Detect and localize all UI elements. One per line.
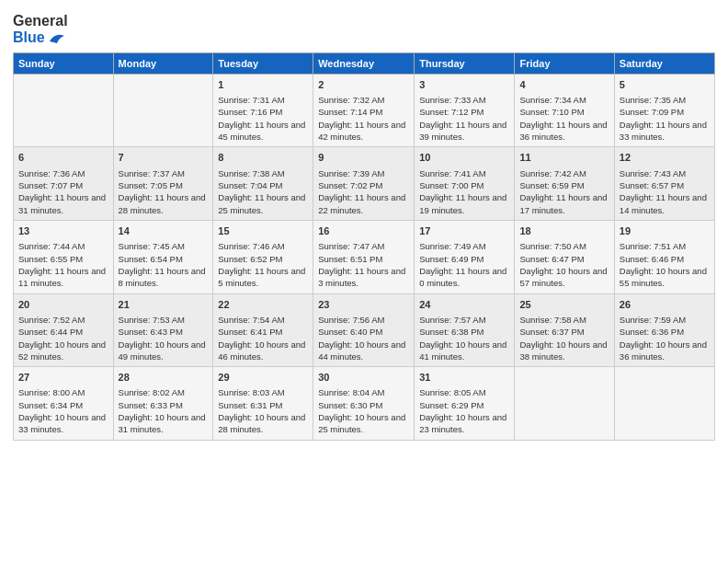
- daylight-text: Daylight: 10 hours and 28 minutes.: [218, 412, 305, 434]
- calendar-cell: 21Sunrise: 7:53 AMSunset: 6:43 PMDayligh…: [113, 293, 213, 367]
- daylight-text: Daylight: 11 hours and 17 minutes.: [519, 192, 607, 214]
- day-header-friday: Friday: [515, 52, 614, 74]
- sunset-text: Sunset: 7:02 PM: [318, 180, 382, 190]
- daylight-text: Daylight: 10 hours and 57 minutes.: [519, 266, 607, 288]
- calendar-cell: 4Sunrise: 7:34 AMSunset: 7:10 PMDaylight…: [515, 74, 614, 147]
- calendar-cell: [614, 367, 714, 441]
- day-header-thursday: Thursday: [415, 52, 515, 74]
- day-number: 31: [419, 371, 509, 385]
- daylight-text: Daylight: 11 hours and 19 minutes.: [419, 192, 506, 214]
- day-number: 1: [218, 78, 308, 92]
- calendar-cell: 12Sunrise: 7:43 AMSunset: 6:57 PMDayligh…: [614, 147, 714, 221]
- day-header-monday: Monday: [113, 52, 213, 74]
- sunset-text: Sunset: 7:14 PM: [318, 107, 382, 117]
- week-row-4: 20Sunrise: 7:52 AMSunset: 6:44 PMDayligh…: [14, 293, 715, 367]
- calendar-cell: 29Sunrise: 8:03 AMSunset: 6:31 PMDayligh…: [213, 367, 313, 441]
- week-row-2: 6Sunrise: 7:36 AMSunset: 7:07 PMDaylight…: [14, 147, 715, 221]
- sunrise-text: Sunrise: 7:50 AM: [519, 241, 586, 251]
- day-number: 22: [218, 298, 308, 312]
- sunrise-text: Sunrise: 7:37 AM: [119, 168, 185, 178]
- calendar-cell: 15Sunrise: 7:46 AMSunset: 6:52 PMDayligh…: [213, 220, 313, 293]
- sunset-text: Sunset: 6:36 PM: [620, 327, 684, 337]
- sunset-text: Sunset: 6:52 PM: [218, 254, 282, 264]
- day-number: 16: [318, 224, 409, 238]
- week-row-3: 13Sunrise: 7:44 AMSunset: 6:55 PMDayligh…: [14, 220, 715, 293]
- sunrise-text: Sunrise: 7:44 AM: [18, 241, 85, 251]
- calendar-cell: 10Sunrise: 7:41 AMSunset: 7:00 PMDayligh…: [415, 147, 515, 221]
- header: General Blue General Blue General Blue: [13, 9, 715, 47]
- daylight-text: Daylight: 10 hours and 55 minutes.: [620, 266, 707, 288]
- sunset-text: Sunset: 6:51 PM: [318, 254, 382, 264]
- calendar-cell: 1Sunrise: 7:31 AMSunset: 7:16 PMDaylight…: [213, 74, 313, 147]
- sunrise-text: Sunrise: 7:31 AM: [218, 95, 284, 105]
- daylight-text: Daylight: 11 hours and 33 minutes.: [620, 120, 707, 142]
- day-number: 4: [519, 78, 609, 92]
- sunrise-text: Sunrise: 7:59 AM: [620, 315, 686, 325]
- day-number: 3: [419, 78, 509, 92]
- day-header-sunday: Sunday: [14, 52, 114, 74]
- calendar-cell: 14Sunrise: 7:45 AMSunset: 6:54 PMDayligh…: [113, 220, 213, 293]
- week-row-1: 1Sunrise: 7:31 AMSunset: 7:16 PMDaylight…: [14, 74, 715, 147]
- sunset-text: Sunset: 6:37 PM: [519, 327, 584, 337]
- calendar-cell: 26Sunrise: 7:59 AMSunset: 6:36 PMDayligh…: [614, 293, 714, 367]
- day-number: 5: [620, 78, 710, 92]
- daylight-text: Daylight: 10 hours and 31 minutes.: [119, 412, 206, 434]
- day-number: 14: [119, 224, 209, 238]
- calendar-cell: 20Sunrise: 7:52 AMSunset: 6:44 PMDayligh…: [14, 293, 114, 367]
- daylight-text: Daylight: 11 hours and 45 minutes.: [218, 120, 305, 142]
- sunset-text: Sunset: 6:59 PM: [519, 180, 584, 190]
- day-number: 15: [218, 224, 308, 238]
- calendar-cell: 24Sunrise: 7:57 AMSunset: 6:38 PMDayligh…: [415, 293, 515, 367]
- sunrise-text: Sunrise: 8:02 AM: [119, 387, 185, 397]
- sunset-text: Sunset: 6:57 PM: [620, 180, 684, 190]
- sunset-text: Sunset: 6:40 PM: [318, 327, 382, 337]
- sunset-text: Sunset: 6:34 PM: [18, 400, 83, 410]
- daylight-text: Daylight: 11 hours and 22 minutes.: [318, 192, 405, 214]
- sunrise-text: Sunrise: 7:56 AM: [318, 315, 384, 325]
- sunset-text: Sunset: 7:04 PM: [218, 180, 282, 190]
- day-number: 9: [318, 151, 409, 165]
- daylight-text: Daylight: 10 hours and 46 minutes.: [218, 339, 305, 362]
- calendar-cell: 13Sunrise: 7:44 AMSunset: 6:55 PMDayligh…: [14, 220, 114, 293]
- daylight-text: Daylight: 11 hours and 42 minutes.: [318, 120, 405, 142]
- daylight-text: Daylight: 11 hours and 36 minutes.: [519, 120, 607, 142]
- calendar-cell: 19Sunrise: 7:51 AMSunset: 6:46 PMDayligh…: [614, 220, 714, 293]
- sunset-text: Sunset: 6:29 PM: [419, 400, 483, 410]
- sunset-text: Sunset: 6:41 PM: [218, 327, 282, 337]
- daylight-text: Daylight: 11 hours and 3 minutes.: [318, 266, 405, 288]
- day-number: 25: [519, 298, 609, 312]
- day-number: 23: [318, 298, 409, 312]
- calendar-cell: 22Sunrise: 7:54 AMSunset: 6:41 PMDayligh…: [213, 293, 313, 367]
- sunset-text: Sunset: 6:55 PM: [18, 254, 83, 264]
- daylight-text: Daylight: 11 hours and 25 minutes.: [218, 192, 305, 214]
- sunrise-text: Sunrise: 7:52 AM: [18, 315, 85, 325]
- sunrise-text: Sunrise: 7:35 AM: [620, 95, 686, 105]
- daylight-text: Daylight: 11 hours and 39 minutes.: [419, 120, 506, 142]
- calendar-cell: [515, 367, 614, 441]
- daylight-text: Daylight: 11 hours and 31 minutes.: [18, 192, 106, 214]
- sunset-text: Sunset: 6:54 PM: [119, 254, 183, 264]
- day-number: 7: [119, 151, 209, 165]
- day-number: 30: [318, 371, 409, 385]
- calendar-cell: 17Sunrise: 7:49 AMSunset: 6:49 PMDayligh…: [415, 220, 515, 293]
- sunrise-text: Sunrise: 7:34 AM: [519, 95, 586, 105]
- day-number: 20: [18, 298, 108, 312]
- sunrise-text: Sunrise: 7:57 AM: [419, 315, 485, 325]
- daylight-text: Daylight: 11 hours and 11 minutes.: [18, 266, 106, 288]
- logo-blue-text: Blue: [13, 29, 45, 46]
- sunrise-text: Sunrise: 7:39 AM: [318, 168, 384, 178]
- day-number: 26: [620, 298, 710, 312]
- daylight-text: Daylight: 11 hours and 5 minutes.: [218, 266, 305, 288]
- calendar-cell: 28Sunrise: 8:02 AMSunset: 6:33 PMDayligh…: [113, 367, 213, 441]
- sunrise-text: Sunrise: 7:45 AM: [119, 241, 185, 251]
- sunset-text: Sunset: 6:49 PM: [419, 254, 483, 264]
- sunrise-text: Sunrise: 7:41 AM: [419, 168, 485, 178]
- sunrise-text: Sunrise: 7:36 AM: [18, 168, 85, 178]
- sunset-text: Sunset: 6:44 PM: [18, 327, 83, 337]
- calendar-cell: 2Sunrise: 7:32 AMSunset: 7:14 PMDaylight…: [313, 74, 415, 147]
- calendar-cell: 18Sunrise: 7:50 AMSunset: 6:47 PMDayligh…: [515, 220, 614, 293]
- logo-blue-row: Blue: [13, 29, 66, 46]
- sunset-text: Sunset: 6:31 PM: [218, 400, 282, 410]
- day-header-saturday: Saturday: [614, 52, 714, 74]
- calendar-cell: 11Sunrise: 7:42 AMSunset: 6:59 PMDayligh…: [515, 147, 614, 221]
